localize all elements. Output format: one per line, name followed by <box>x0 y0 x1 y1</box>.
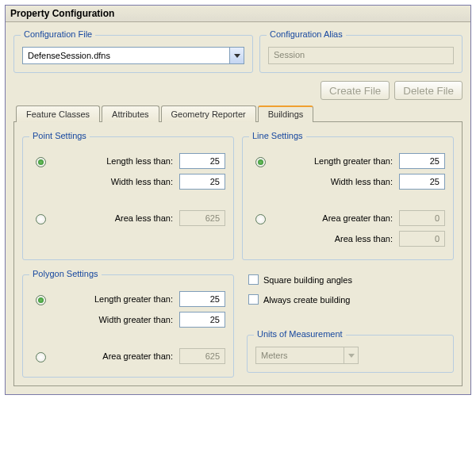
line-width-input[interactable] <box>399 174 445 190</box>
tab-geometry-reporter[interactable]: Geometry Reporter <box>161 105 256 122</box>
square-angles-label: Square building angles <box>263 275 352 285</box>
chevron-down-icon <box>234 54 240 58</box>
always-create-checkbox[interactable] <box>248 294 259 305</box>
point-settings-legend: Point Settings <box>29 131 90 140</box>
configuration-file-input[interactable] <box>23 48 229 63</box>
tab-bar: Feature Classes Attributes Geometry Repo… <box>13 105 463 121</box>
units-combo: Meters <box>255 347 359 364</box>
line-width-label: Width less than: <box>268 177 399 186</box>
units-value: Meters <box>256 351 344 360</box>
line-area-gt-label: Area greater than: <box>268 213 399 223</box>
point-length-label: Length less than: <box>48 156 179 166</box>
always-create-row: Always create building <box>248 294 454 305</box>
line-area-lt-input <box>399 231 445 247</box>
create-file-button[interactable]: Create File <box>321 81 390 100</box>
point-width-input[interactable] <box>179 174 225 190</box>
polygon-length-input[interactable] <box>179 291 225 307</box>
point-settings-group: Point Settings Length less than: Width l… <box>22 136 234 260</box>
square-angles-checkbox[interactable] <box>248 274 259 285</box>
window-title: Property Configuration <box>6 6 470 22</box>
configuration-file-combo[interactable] <box>22 47 244 64</box>
point-area-radio[interactable] <box>36 214 46 224</box>
delete-file-button[interactable]: Delete File <box>394 81 463 100</box>
line-length-width-radio[interactable] <box>255 157 266 167</box>
polygon-width-input[interactable] <box>179 312 225 328</box>
tab-attributes[interactable]: Attributes <box>102 105 159 122</box>
tab-buildings[interactable]: Buildings <box>258 105 314 122</box>
point-length-input[interactable] <box>179 153 225 169</box>
line-area-radio[interactable] <box>255 214 266 224</box>
window-content: Configuration File Configuration Alias S… <box>6 22 470 394</box>
point-area-input <box>179 210 225 226</box>
polygon-area-label: Area greater than: <box>48 351 179 361</box>
building-options-group: Square building angles Always create bui… <box>242 268 454 378</box>
polygon-settings-group: Polygon Settings Length greater than: Wi… <box>22 274 234 378</box>
line-settings-legend: Line Settings <box>249 131 306 140</box>
polygon-length-width-radio[interactable] <box>36 295 46 305</box>
polygon-length-label: Length greater than: <box>48 294 179 304</box>
configuration-alias-legend: Configuration Alias <box>267 29 346 39</box>
line-area-gt-input <box>399 210 445 226</box>
configuration-file-group: Configuration File <box>13 35 253 73</box>
chevron-down-icon <box>348 354 355 358</box>
square-angles-row: Square building angles <box>248 274 454 285</box>
configuration-file-dropdown-button[interactable] <box>229 48 244 63</box>
tabs-container: Feature Classes Attributes Geometry Repo… <box>13 105 463 386</box>
always-create-label: Always create building <box>263 295 350 305</box>
units-legend: Units of Measurement <box>254 329 346 339</box>
property-configuration-window: Property Configuration Configuration Fil… <box>5 5 471 395</box>
polygon-width-label: Width greater than: <box>48 315 179 324</box>
units-dropdown-button <box>344 347 358 363</box>
line-length-input[interactable] <box>399 153 445 169</box>
point-width-label: Width less than: <box>48 177 179 186</box>
polygon-area-input <box>179 348 225 364</box>
polygon-settings-legend: Polygon Settings <box>29 269 102 278</box>
line-length-label: Length greater than: <box>268 156 399 166</box>
point-area-label: Area less than: <box>48 213 179 223</box>
tab-feature-classes[interactable]: Feature Classes <box>16 105 100 122</box>
buildings-tab-panel: Point Settings Length less than: Width l… <box>13 121 463 386</box>
polygon-area-radio[interactable] <box>36 352 46 362</box>
units-group: Units of Measurement Meters <box>247 335 454 373</box>
configuration-alias-group: Configuration Alias Session <box>259 35 463 73</box>
line-area-lt-label: Area less than: <box>268 234 399 244</box>
point-length-width-radio[interactable] <box>36 157 46 167</box>
line-settings-group: Line Settings Length greater than: Width… <box>242 136 454 260</box>
configuration-alias-field: Session <box>268 47 454 64</box>
configuration-file-legend: Configuration File <box>21 29 95 39</box>
